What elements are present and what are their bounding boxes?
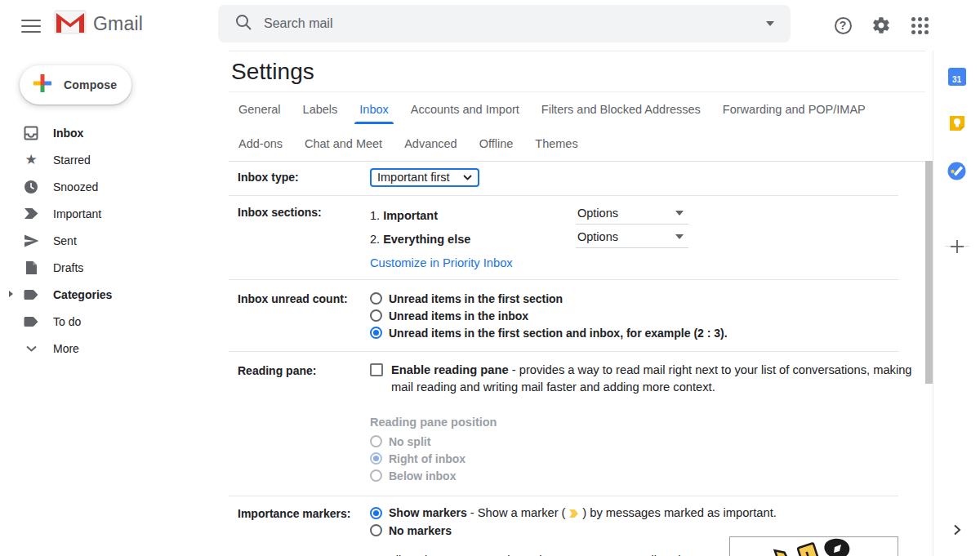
google-tasks-icon[interactable] [947,161,967,180]
page-title: Settings [231,59,314,85]
label-tag-icon [23,314,39,330]
gmail-logo[interactable]: Gmail [54,10,143,38]
sidebar-item-drafts[interactable]: Drafts [0,254,229,281]
search-icon[interactable] [234,13,252,34]
inbox-section-row: 1. Important Options [370,203,898,227]
section1-options-dropdown[interactable]: Options [576,207,688,225]
radio-button-disabled [370,435,382,447]
unread-option-first-section: Unread items in the first section [370,290,898,307]
sidebar-item-categories[interactable]: Categories [0,281,229,308]
enable-reading-pane-row: Enable reading pane - provides a way to … [370,362,914,396]
tab-offline[interactable]: Offline [479,127,514,161]
reading-pane-position-group: Reading pane position No split Right of … [370,416,914,484]
position-option-below-inbox: Below inbox [370,467,914,484]
section-number: 1. [370,209,380,222]
inbox-sections-label: Inbox sections: [238,203,370,269]
important-marker-icon [23,206,39,222]
radio-button-disabled-selected [370,452,382,465]
section-name: Important [383,209,438,222]
inbox-section-row: 2. Everything else Options [370,227,898,251]
importance-marker-icon [568,508,579,521]
sent-icon [23,233,39,249]
settings-gear-icon[interactable] [871,16,891,35]
tab-filters-and-blocked-addresses[interactable]: Filters and Blocked Addresses [541,92,702,127]
position-option-no-split: No split [370,433,914,450]
radio-button[interactable] [370,292,382,305]
sidebar-item-sent[interactable]: Sent [0,227,229,254]
importance-explanation-text: Gmail analyzes your new incoming message… [370,552,733,556]
label-tag-icon [23,287,39,303]
clock-icon [23,179,39,195]
section2-options-dropdown[interactable]: Options [576,230,688,248]
sidebar-item-snoozed[interactable]: Snoozed [0,173,229,200]
reading-pane-position-label: Reading pane position [370,416,914,433]
customize-priority-inbox-link[interactable]: Customize in Priority Inbox [370,256,513,269]
gmail-logo-text: Gmail [93,13,143,35]
tab-chat-and-meet[interactable]: Chat and Meet [304,127,383,161]
search-input[interactable] [264,16,766,31]
google-keep-icon[interactable] [947,113,967,133]
section-number: 2. [370,233,380,246]
sidebar-item-more[interactable]: More [0,335,229,362]
tab-accounts-and-import[interactable]: Accounts and Import [410,92,520,127]
enable-reading-pane-title: Enable reading pane [391,363,509,376]
search-options-chevron-icon[interactable] [766,21,774,26]
tab-forwarding-and-pop-imap[interactable]: Forwarding and POP/IMAP [722,92,866,127]
position-option-right-of-inbox: Right of inbox [370,450,914,467]
sidebar-item-starred[interactable]: ★ Starred [0,146,229,173]
inbox-icon [23,125,39,141]
chevron-down-icon [675,211,684,216]
importance-markers-illustration: ! [729,536,898,556]
draft-file-icon [23,260,39,276]
left-navigation: Compose Inbox ★ Starred Snoozed [0,51,229,556]
chevron-down-icon [23,340,39,357]
search-bar[interactable] [218,5,791,42]
radio-button-selected[interactable] [370,507,382,519]
tab-add-ons[interactable]: Add-ons [238,127,283,161]
inbox-type-select[interactable]: Important first [370,168,479,187]
tab-general[interactable]: General [238,92,282,127]
unread-option-first-section-and-inbox: Unread items in the first section and in… [370,324,898,341]
compose-plus-icon [32,73,53,97]
radio-button-disabled [370,469,382,482]
main-menu-icon[interactable] [20,16,42,35]
google-apps-icon[interactable] [910,16,929,35]
top-app-bar: Gmail ? [0,0,980,51]
hide-side-panel-chevron-icon[interactable] [947,520,967,540]
vertical-scrollbar[interactable] [925,51,933,556]
sidebar-item-important[interactable]: Important [0,200,229,227]
tab-inbox[interactable]: Inbox [359,92,389,127]
tab-labels[interactable]: Labels [302,92,339,127]
help-icon[interactable]: ? [833,16,853,35]
enable-reading-pane-checkbox[interactable] [370,363,383,376]
show-markers-title: Show markers [389,506,467,519]
sidebar-item-todo[interactable]: To do [0,308,229,335]
sidebar-item-inbox[interactable]: Inbox [0,119,229,146]
settings-page: Settings General Labels Inbox Accounts a… [229,51,925,556]
inbox-unread-count-label: Inbox unread count: [238,290,370,341]
settings-tabs: General Labels Inbox Accounts and Import… [229,92,925,162]
expand-arrow-icon[interactable] [9,291,13,297]
gmail-logo-icon [54,10,87,38]
reading-pane-label: Reading pane: [238,362,370,484]
radio-button[interactable] [370,309,382,322]
importance-markers-label: Importance markers: [238,505,370,556]
show-markers-option: Show markers - Show a marker ( ) by mess… [370,505,898,522]
tab-themes[interactable]: Themes [534,127,578,161]
compose-label: Compose [64,78,117,91]
google-calendar-icon[interactable]: 31 [947,67,967,87]
side-panel: 31 [933,51,980,556]
chevron-down-icon [463,175,472,180]
chevron-down-icon [675,234,684,239]
star-icon: ★ [23,152,39,168]
unread-option-inbox: Unread items in the inbox [370,307,898,324]
inbox-type-label: Inbox type: [238,168,370,187]
no-markers-title: No markers [389,524,452,537]
get-add-ons-plus-icon[interactable] [947,237,967,256]
scrollbar-thumb[interactable] [925,161,933,384]
radio-button[interactable] [370,524,382,536]
section-name: Everything else [383,233,470,246]
tab-advanced[interactable]: Advanced [403,127,458,161]
compose-button[interactable]: Compose [20,65,131,105]
radio-button-selected[interactable] [370,327,382,339]
